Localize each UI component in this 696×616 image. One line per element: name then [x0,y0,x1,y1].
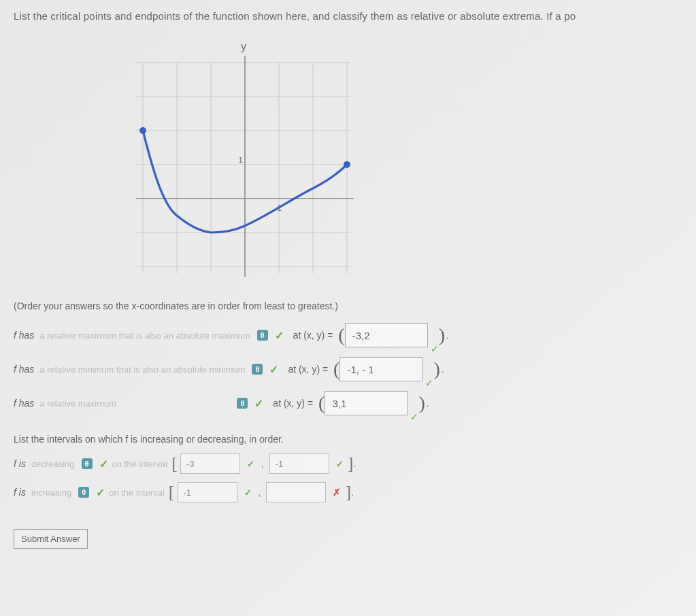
dropdown-selected[interactable]: increasing [31,487,71,498]
theta-icon[interactable]: θ [257,330,268,341]
f-has-label: f has [14,330,34,341]
open-paren: ( [333,358,339,380]
theta-icon[interactable]: θ [252,364,263,375]
answer-input[interactable]: 3,1 [325,391,408,415]
close-paren: ) [418,392,425,414]
close-paren: ) [433,358,440,380]
function-graph: y x 1 1 [95,35,354,280]
extrema-row: f has a relative maximum θ ✓ at (x, y) =… [14,390,682,417]
close-bracket: ] [348,454,354,474]
dropdown-selected[interactable]: a relative maximum [39,398,230,409]
graph-container: y x 1 1 [95,35,682,280]
f-is-label: f is [14,487,26,498]
comma: , [259,487,261,498]
check-icon: ✓ [99,458,108,470]
theta-icon[interactable]: θ [78,487,89,498]
svg-text:y: y [241,41,246,52]
theta-icon[interactable]: θ [82,458,93,469]
interval-input-a[interactable]: -1 [178,482,237,502]
on-interval-label: on the interval [109,487,165,498]
intervals-label: List the intervals on which f is increas… [14,434,682,445]
open-bracket: [ [171,454,178,474]
at-label: at (x, y) = [288,364,328,375]
open-paren: ( [318,392,325,414]
interval-input-b[interactable] [266,482,326,502]
check-icon: ✓ [244,487,252,498]
order-instruction: (Order your answers so the x-coordinates… [14,301,682,311]
check-icon: ✓ [431,343,439,354]
interval-input-a[interactable]: -3 [180,454,240,474]
interval-input-b[interactable]: -1 [269,454,329,474]
check-icon: ✓ [425,377,433,388]
answer-input[interactable]: -1, - 1 [339,357,422,381]
open-bracket: [ [169,482,175,502]
check-icon: ✓ [336,459,344,469]
svg-point-21 [344,161,350,168]
question-text: List the critical points and endpoints o… [14,10,682,22]
close-paren: ) [439,324,445,346]
period: . [427,398,429,409]
extrema-row: f has a relative minimum that is also an… [14,356,682,383]
at-label: at (x, y) = [273,398,313,409]
answer-input[interactable]: -3,2 [345,323,428,347]
f-has-label: f has [14,364,34,375]
check-icon: ✓ [269,363,278,376]
dropdown-selected[interactable]: a relative maximum that is also an absol… [39,330,250,341]
period: . [442,364,444,375]
f-is-label: f is [14,458,26,469]
at-label: at (x, y) = [293,330,333,341]
interval-row: f is decreasing θ ✓ on the interval [ -3… [14,451,682,476]
dropdown-selected[interactable]: a relative minimum that is also an absol… [39,364,245,375]
dropdown-selected[interactable]: decreasing [31,459,75,469]
period: . [446,330,449,341]
check-icon: ✓ [247,459,254,469]
check-icon: ✓ [96,486,105,499]
submit-button[interactable]: Submit Answer [14,529,88,549]
open-paren: ( [338,324,344,346]
comma: , [261,458,264,469]
theta-icon[interactable]: θ [237,398,248,409]
x-icon: ✗ [333,487,341,498]
period: . [351,487,354,498]
extrema-row: f has a relative maximum that is also an… [14,322,682,349]
period: . [353,458,356,469]
on-interval-label: on the interval [112,459,168,469]
check-icon: ✓ [254,397,263,410]
svg-text:1: 1 [238,155,243,165]
check-icon: ✓ [275,329,284,342]
f-has-label: f has [14,398,34,409]
interval-row: f is increasing θ ✓ on the interval [ -1… [14,480,682,504]
check-icon: ✓ [410,411,418,422]
svg-point-20 [139,127,146,134]
close-bracket: ] [345,482,351,502]
